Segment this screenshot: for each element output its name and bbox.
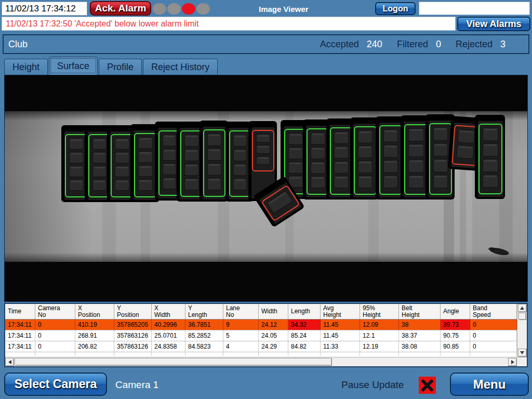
column-header-avg-height[interactable]: AvgHeight: [321, 304, 360, 319]
scroll-left-button[interactable]: [5, 358, 14, 366]
table-cell: [399, 352, 441, 356]
select-camera-button[interactable]: Select Camera: [4, 373, 107, 396]
table-cell: 34.32: [288, 320, 321, 330]
detection-outline-green: [376, 116, 405, 200]
table-row[interactable]: 17:34:110268.9135786312625.070185.285252…: [5, 330, 517, 341]
tab-height[interactable]: Height: [4, 59, 48, 75]
view-alarms-button[interactable]: View Alarms: [457, 17, 530, 31]
ack-alarm-button[interactable]: Ack. Alarm: [90, 1, 151, 16]
tab-surface[interactable]: Surface: [49, 57, 98, 75]
pause-update-checkbox[interactable]: [419, 377, 436, 394]
table-cell: [75, 352, 114, 356]
results-table-panel: TimeCameraNoXPositionYPositionXWidthYLen…: [4, 303, 528, 367]
counter-label: Filtered: [397, 39, 428, 50]
table-cell: 0: [35, 330, 75, 341]
table-cell: [288, 352, 321, 356]
column-header-95-height[interactable]: 95%Height: [360, 304, 399, 319]
alarm-message-text: 11/02/13 17:32:50 'Accepted' below lower…: [2, 19, 198, 29]
vertical-scrollbar[interactable]: [517, 304, 527, 357]
table-cell: 85.2852: [185, 330, 223, 341]
table-cell: 12.1: [360, 330, 399, 341]
alarm-message-box: 11/02/13 17:32:50 'Accepted' below lower…: [2, 17, 456, 31]
tab-reject-history[interactable]: Reject History: [143, 59, 218, 75]
column-header-band-speed[interactable]: BandSpeed: [470, 304, 517, 319]
table-cell: [114, 352, 152, 356]
empty-row: [5, 352, 517, 356]
table-cell: 12.09: [360, 320, 399, 330]
table-cell: 17:34:11: [5, 341, 35, 352]
counter-label: Accepted: [320, 39, 359, 50]
counter-label: Rejected: [456, 39, 493, 50]
column-header-time[interactable]: Time: [5, 304, 35, 319]
table-cell: 85.24: [288, 330, 321, 341]
table-cell: 0: [470, 341, 517, 352]
table-cell: 206.82: [75, 341, 114, 352]
table-cell: 5: [223, 330, 259, 341]
table-cell: 38.08: [399, 341, 441, 352]
table-row[interactable]: 17:34:110410.1935786520540.299636.785192…: [5, 320, 517, 330]
counter-value: 3: [500, 39, 506, 50]
table-cell: 25.0701: [152, 330, 185, 341]
table-cell: 12.19: [360, 341, 399, 352]
camera-label: Camera 1: [115, 379, 158, 391]
status-light-gray-icon: [153, 3, 166, 15]
table-cell: [441, 352, 470, 356]
column-header-angle[interactable]: Angle: [441, 304, 470, 319]
status-light-gray-icon: [196, 3, 210, 15]
column-header-x-width[interactable]: XWidth: [152, 304, 185, 319]
table-cell: [321, 352, 360, 356]
table-cell: 357865205: [114, 320, 152, 330]
table-cell: 9: [223, 320, 259, 330]
column-header-length[interactable]: Length: [288, 304, 321, 319]
table-row[interactable]: 17:34:110206.8235786312624.835884.582342…: [5, 341, 517, 352]
tab-bar: HeightSurfaceProfileReject History: [4, 57, 219, 75]
user-field[interactable]: [419, 2, 530, 15]
tab-profile[interactable]: Profile: [99, 59, 142, 75]
table-cell: [185, 352, 223, 356]
table-cell: 24.8358: [152, 341, 185, 352]
pause-update-label: Pause Update: [341, 379, 404, 391]
product-panel: Club Accepted240Filtered0Rejected3: [3, 34, 529, 54]
column-header-y-length[interactable]: YLength: [185, 304, 223, 319]
table-cell: 0: [35, 320, 75, 330]
table-cell: 24.29: [259, 341, 288, 352]
horizontal-scroll-thumb[interactable]: [15, 358, 332, 366]
table-cell: [259, 352, 288, 356]
horizontal-scrollbar[interactable]: [5, 357, 517, 366]
table-cell: 39.73: [441, 320, 470, 330]
column-header-y-position[interactable]: YPosition: [114, 304, 152, 319]
table-cell: 410.19: [75, 320, 114, 330]
scroll-down-button[interactable]: [518, 349, 527, 357]
vertical-scroll-thumb[interactable]: [518, 313, 526, 320]
table-cell: 36.7851: [185, 320, 223, 330]
table-cell: 17:34:11: [5, 330, 35, 341]
table-cell: 24.05: [259, 330, 288, 341]
table-cell: [223, 352, 259, 356]
status-light-gray-icon: [167, 3, 181, 15]
column-header-belt-height[interactable]: BeltHeight: [399, 304, 441, 319]
table-cell: 357863126: [114, 330, 152, 341]
scroll-up-button[interactable]: [518, 304, 527, 312]
counter-accepted: Accepted240: [320, 39, 382, 50]
app-title: Image Viewer: [259, 5, 309, 14]
column-header-width[interactable]: Width: [259, 304, 288, 319]
scroll-right-button[interactable]: [508, 358, 517, 366]
column-header-lane-no[interactable]: LaneNo: [223, 304, 259, 319]
triangle-up-icon: [520, 307, 524, 310]
table-cell: 0: [470, 320, 517, 330]
camera-image: [5, 75, 527, 301]
table-cell: [35, 352, 75, 356]
table-cell: 11.33: [321, 341, 360, 352]
triangle-down-icon: [520, 351, 524, 354]
menu-button[interactable]: Menu: [450, 373, 529, 396]
column-header-camera-no[interactable]: CameraNo: [35, 304, 75, 319]
logon-button[interactable]: Logon: [375, 2, 416, 15]
counter-filtered: Filtered0: [397, 39, 441, 50]
column-header-x-position[interactable]: XPosition: [75, 304, 114, 319]
table-cell: 40.2996: [152, 320, 185, 330]
detection-outline-green: [350, 117, 379, 200]
table-cell: 11.45: [321, 330, 360, 341]
scrollbar-corner: [517, 357, 527, 366]
table-cell: 38.37: [399, 330, 441, 341]
counters: Accepted240Filtered0Rejected3: [305, 39, 528, 50]
